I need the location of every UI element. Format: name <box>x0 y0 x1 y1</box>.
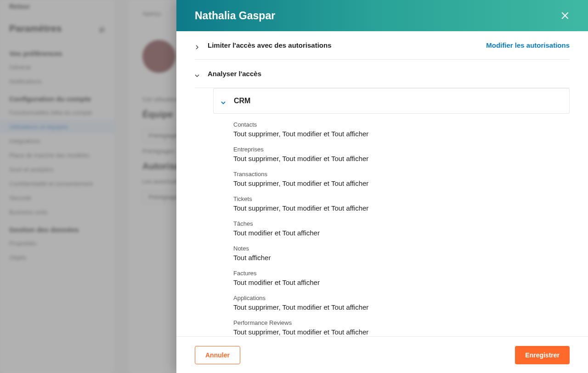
chevron-down-icon <box>195 72 199 76</box>
permission-item: Applications Tout supprimer, Tout modifi… <box>233 295 570 311</box>
crm-section-header[interactable]: CRM <box>213 88 570 114</box>
panel-body: Limiter l'accès avec des autorisations M… <box>176 31 588 336</box>
user-permission-panel: Nathalia Gaspar Limiter l'accès avec des… <box>176 0 588 373</box>
modify-permissions-link[interactable]: Modifier les autorisations <box>486 41 570 49</box>
permission-value: Tout supprimer, Tout modifier et Tout af… <box>233 130 570 138</box>
permission-item: Contacts Tout supprimer, Tout modifier e… <box>233 121 570 138</box>
permission-item: Notes Tout afficher <box>233 245 570 262</box>
limit-access-title: Limiter l'accès avec des autorisations <box>208 41 332 49</box>
permission-item: Transactions Tout supprimer, Tout modifi… <box>233 171 570 187</box>
panel-footer: Annuler Enregistrer <box>176 336 588 373</box>
chevron-down-icon <box>221 99 226 103</box>
crm-heading: CRM <box>234 97 250 105</box>
limit-access-section[interactable]: Limiter l'accès avec des autorisations M… <box>195 31 570 60</box>
permission-value: Tout afficher <box>233 254 570 262</box>
permission-item: Performance Reviews Tout supprimer, Tout… <box>233 319 570 336</box>
permission-value: Tout supprimer, Tout modifier et Tout af… <box>233 303 570 311</box>
save-button[interactable]: Enregistrer <box>515 346 570 364</box>
permission-item: Entreprises Tout supprimer, Tout modifie… <box>233 146 570 162</box>
permission-value: Tout modifier et Tout afficher <box>233 278 570 286</box>
analyze-access-section[interactable]: Analyser l'accès <box>195 60 570 88</box>
permission-label: Tickets <box>233 195 570 202</box>
panel-title: Nathalia Gaspar <box>195 10 275 22</box>
permission-value: Tout supprimer, Tout modifier et Tout af… <box>233 179 570 187</box>
permission-label: Transactions <box>233 171 570 178</box>
analyze-access-title: Analyser l'accès <box>208 70 261 78</box>
permission-item: Factures Tout modifier et Tout afficher <box>233 270 570 286</box>
permission-value: Tout supprimer, Tout modifier et Tout af… <box>233 155 570 162</box>
permission-value: Tout supprimer, Tout modifier et Tout af… <box>233 328 570 336</box>
permission-label: Applications <box>233 295 570 301</box>
permission-label: Tâches <box>233 220 570 227</box>
permission-value: Tout supprimer, Tout modifier et Tout af… <box>233 204 570 212</box>
cancel-button[interactable]: Annuler <box>195 346 240 364</box>
close-icon[interactable] <box>560 11 570 20</box>
permission-label: Factures <box>233 270 570 277</box>
panel-header: Nathalia Gaspar <box>176 0 588 31</box>
permission-item: Tâches Tout modifier et Tout afficher <box>233 220 570 237</box>
permission-label: Performance Reviews <box>233 319 570 326</box>
crm-permission-list: Contacts Tout supprimer, Tout modifier e… <box>213 121 570 336</box>
analyze-access-content: CRM Contacts Tout supprimer, Tout modifi… <box>195 88 570 336</box>
permission-value: Tout modifier et Tout afficher <box>233 229 570 237</box>
permission-item: Tickets Tout supprimer, Tout modifier et… <box>233 195 570 212</box>
permission-label: Notes <box>233 245 570 252</box>
permission-label: Entreprises <box>233 146 570 153</box>
chevron-right-icon <box>195 43 199 48</box>
permission-label: Contacts <box>233 121 570 128</box>
